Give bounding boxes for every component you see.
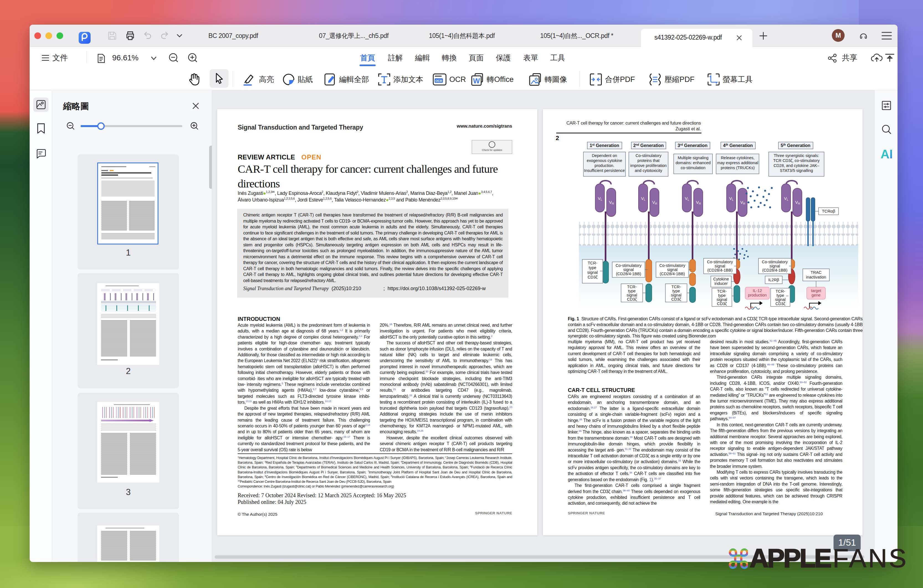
svg-text:domains: enhanced: domains: enhanced: [676, 161, 711, 165]
svg-text:inactivation: inactivation: [806, 275, 826, 279]
svg-text:TCR-: TCR-: [588, 261, 598, 265]
svg-text:signal: signal: [775, 297, 786, 302]
svg-text:signal: signal: [627, 293, 637, 297]
svg-text:CD3ζ: CD3ζ: [627, 297, 637, 301]
svg-text:proteins that: proteins that: [637, 158, 660, 163]
svg-text:TCR-: TCR-: [717, 289, 727, 293]
svg-text:inducer: inducer: [714, 281, 728, 286]
svg-text:Release cytokines,: Release cytokines,: [721, 156, 755, 160]
svg-text:improve proliferation: improve proliferation: [630, 163, 667, 168]
svg-text:Insufficient persistence: Insufficient persistence: [584, 168, 625, 173]
svg-text:IL-12: IL-12: [753, 288, 762, 293]
svg-text:TCR-: TCR-: [672, 285, 681, 289]
svg-text:(CD28/4-1BB): (CD28/4-1BB): [707, 268, 732, 272]
svg-text:gene: gene: [811, 293, 821, 297]
svg-text:Co-stimulatory: Co-stimulatory: [707, 260, 733, 264]
svg-text:type: type: [589, 265, 596, 270]
svg-text:CD3ζ: CD3ζ: [775, 301, 785, 306]
svg-text:and cytotoxicity: and cytotoxicity: [635, 168, 662, 173]
svg-text:Co-stimulatory: Co-stimulatory: [659, 263, 685, 268]
svg-text:target: target: [811, 288, 821, 293]
svg-text:signal: signal: [717, 297, 727, 302]
svg-text:CD3ζ: CD3ζ: [588, 275, 598, 279]
svg-text:CD28, and cytokine JAK–: CD28, and cytokine JAK–: [774, 163, 820, 168]
svg-text:(CD28/4-1BB): (CD28/4-1BB): [762, 268, 787, 272]
svg-text:type: type: [718, 293, 726, 298]
svg-text:Multiple signaling: Multiple signaling: [678, 156, 708, 160]
svg-text:IL2Rβ: IL2Rβ: [769, 278, 779, 282]
svg-text:(CD28/4-1BB): (CD28/4-1BB): [616, 272, 641, 276]
svg-text:type: type: [672, 289, 680, 293]
svg-text:signal: signal: [667, 267, 678, 272]
svg-text:Co-stimulatory: Co-stimulatory: [616, 263, 642, 268]
svg-text:TCR-: TCR-: [627, 285, 637, 289]
svg-text:production: production: [748, 293, 767, 297]
svg-text:signal: signal: [715, 264, 725, 268]
svg-text:TCRαβ: TCRαβ: [822, 209, 835, 213]
svg-text:CD3ζ: CD3ζ: [717, 301, 727, 306]
svg-text:STAT3/5 signalling: STAT3/5 signalling: [780, 168, 813, 173]
svg-text:(CD28/4-1BB): (CD28/4-1BB): [660, 272, 685, 276]
svg-text:OCR: OCR: [435, 79, 442, 82]
svg-text:TCR-: TCR-: [776, 289, 785, 293]
svg-text:TCR CD3ζ, co-stimulatory: TCR CD3ζ, co-stimulatory: [773, 158, 820, 163]
svg-text:proteins (TRUCKs): proteins (TRUCKs): [721, 165, 755, 170]
svg-text:signal: signal: [671, 293, 682, 297]
svg-text:CD3ζ: CD3ζ: [671, 297, 681, 301]
svg-text:co-stimulation: co-stimulation: [681, 165, 705, 170]
svg-text:type: type: [628, 289, 636, 293]
svg-text:Dependent on: Dependent on: [592, 153, 617, 158]
svg-text:may express additional: may express additional: [717, 161, 758, 165]
svg-text:Three synergistic signals:: Three synergistic signals:: [774, 153, 819, 158]
svg-text:signal: signal: [770, 264, 780, 268]
svg-text:Co-stimulatory: Co-stimulatory: [762, 260, 788, 264]
svg-text:signal: signal: [623, 267, 634, 272]
svg-text:production.: production.: [595, 163, 614, 168]
svg-text:signal: signal: [587, 270, 598, 275]
svg-text:W: W: [473, 77, 480, 85]
svg-text:TRAC: TRAC: [811, 270, 821, 275]
svg-text:Co-stimulatory: Co-stimulatory: [636, 153, 662, 158]
svg-text:Cytokine: Cytokine: [713, 277, 729, 281]
svg-text:type: type: [777, 293, 784, 298]
svg-text:exogenous cytokine: exogenous cytokine: [587, 158, 622, 163]
